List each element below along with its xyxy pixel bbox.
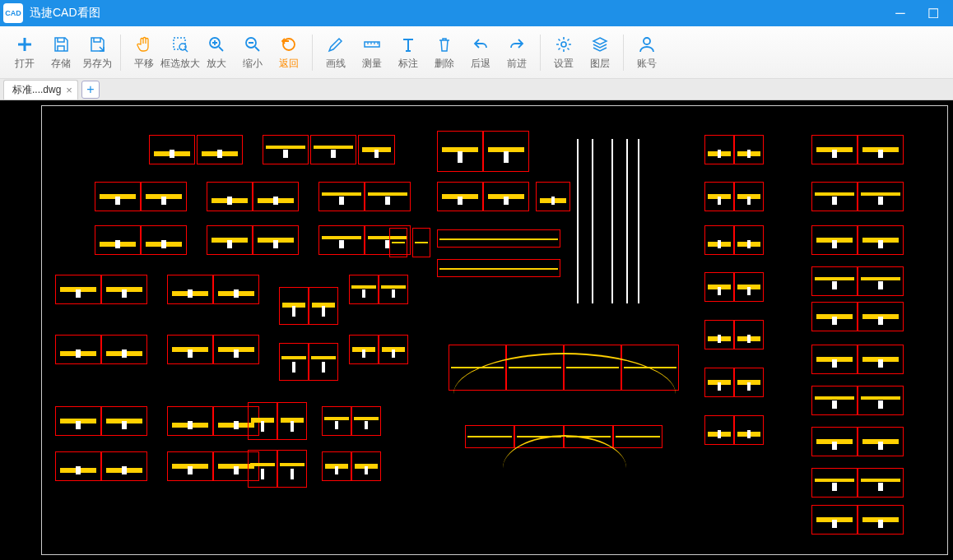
cad-section-bar (412, 228, 430, 257)
svg-rect-5 (365, 42, 379, 47)
cad-detail-block (309, 287, 338, 325)
cad-detail-block (734, 135, 764, 164)
cad-detail-block (101, 275, 147, 304)
ruler-icon (363, 34, 381, 55)
cad-detail-block (858, 135, 904, 164)
cad-section-bar (613, 425, 662, 448)
undo-button[interactable]: 后退 (463, 30, 499, 76)
save-label: 存储 (51, 57, 71, 71)
cad-detail-block (437, 182, 483, 211)
file-tab-label: 标准....dwg (12, 83, 61, 97)
cad-detail-block (379, 335, 408, 364)
cad-detail-block (141, 225, 187, 255)
pan-label: 平移 (134, 57, 154, 71)
add-tab-button[interactable]: + (81, 81, 100, 99)
cad-detail-block (101, 451, 147, 481)
delete-label: 删除 (435, 57, 454, 71)
cad-detail-block (536, 182, 570, 211)
pencil-icon (327, 34, 345, 55)
user-icon (638, 34, 656, 55)
cad-section-bar (437, 229, 560, 248)
back-button[interactable]: 返回 (271, 30, 307, 76)
cad-detail-block (858, 345, 904, 374)
redo-icon (508, 34, 526, 55)
zoomout-label: 缩小 (243, 57, 263, 71)
cad-detail-block (704, 135, 734, 164)
layers-icon (591, 34, 609, 55)
app-logo-icon: CAD (3, 3, 23, 23)
zoomout-button[interactable]: 缩小 (235, 30, 271, 76)
cad-section-bar (389, 228, 407, 257)
cad-detail-block (704, 415, 734, 445)
cad-detail-block (811, 182, 858, 211)
titlebar: CAD 迅捷CAD看图 ─ ☐ (0, 0, 953, 26)
cad-detail-block (101, 406, 147, 436)
cad-detail-block (263, 135, 309, 164)
cad-detail-block (213, 335, 259, 364)
cad-detail-block (55, 275, 101, 304)
cad-detail-block (55, 406, 101, 436)
saveas-button[interactable]: 另存为 (79, 30, 115, 76)
file-tab[interactable]: 标准....dwg × (3, 80, 78, 100)
plus-icon (16, 34, 34, 55)
pan-button[interactable]: 平移 (126, 30, 162, 76)
saveas-icon (88, 34, 106, 55)
delete-button[interactable]: 删除 (426, 30, 463, 76)
cad-detail-block (277, 450, 307, 488)
cad-column-line (638, 139, 639, 303)
cad-detail-block (483, 182, 529, 211)
toolbar-separator (120, 35, 121, 71)
account-label: 账号 (637, 57, 657, 71)
cad-detail-block (55, 335, 101, 364)
cad-detail-block (811, 427, 858, 456)
cad-column-line (626, 139, 628, 303)
cad-detail-block (858, 427, 904, 456)
saveas-label: 另存为 (82, 57, 112, 71)
app-title: 迅捷CAD看图 (30, 6, 884, 21)
redo-button[interactable]: 前进 (499, 30, 535, 76)
annotate-button[interactable]: 标注 (390, 30, 426, 76)
layers-button[interactable]: 图层 (582, 30, 618, 76)
cad-detail-block (379, 275, 408, 304)
back-icon (280, 34, 298, 55)
zoomwin-button[interactable]: 框选放大 (162, 30, 198, 76)
minimize-button[interactable]: ─ (884, 0, 917, 26)
cad-detail-block (858, 225, 904, 255)
maximize-button[interactable]: ☐ (917, 0, 950, 26)
line-button[interactable]: 画线 (318, 30, 354, 76)
open-button[interactable]: 打开 (7, 30, 43, 76)
cad-column-line (592, 139, 593, 303)
cad-detail-block (704, 320, 734, 349)
measure-button[interactable]: 测量 (354, 30, 390, 76)
account-button[interactable]: 账号 (629, 30, 665, 76)
zoomin-button[interactable]: 放大 (198, 30, 235, 76)
cad-detail-block (149, 135, 195, 164)
cad-detail-block (207, 225, 253, 255)
cad-detail-block (55, 451, 101, 481)
cad-detail-block (811, 302, 858, 331)
save-button[interactable]: 存储 (43, 30, 79, 76)
cad-detail-block (318, 182, 365, 211)
cad-detail-block (704, 368, 734, 397)
cad-detail-block (253, 182, 299, 211)
cad-canvas[interactable] (0, 100, 953, 560)
cad-detail-block (207, 182, 253, 211)
cad-detail-block (858, 182, 904, 211)
cad-detail-block (734, 225, 764, 255)
toolbar: 打开存储另存为平移框选放大放大缩小返回画线测量标注删除后退前进设置图层账号 (0, 26, 953, 79)
cad-detail-block (811, 386, 858, 415)
settings-label: 设置 (554, 57, 574, 71)
cad-detail-block (318, 225, 365, 255)
zoomout-icon (244, 34, 262, 55)
undo-label: 后退 (471, 57, 490, 71)
cad-detail-block (95, 225, 141, 255)
annotate-label: 标注 (398, 57, 418, 71)
cad-detail-block (279, 287, 309, 325)
zoomin-label: 放大 (207, 57, 226, 71)
cad-detail-block (811, 225, 858, 255)
cad-column-line (611, 139, 613, 303)
settings-button[interactable]: 设置 (546, 30, 582, 76)
close-tab-icon[interactable]: × (66, 84, 72, 96)
cad-detail-block (704, 225, 734, 255)
cad-detail-block (197, 135, 243, 164)
